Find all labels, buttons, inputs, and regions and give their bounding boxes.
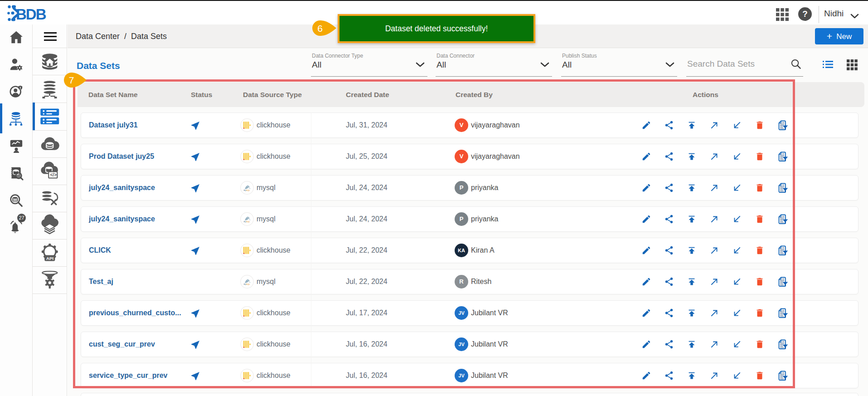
svg-text:BDB: BDB <box>16 6 46 23</box>
svg-text:7: 7 <box>69 75 74 85</box>
svg-text:6: 6 <box>317 23 323 34</box>
svg-text:</>: </> <box>50 173 57 178</box>
svg-text:API: API <box>46 256 53 261</box>
